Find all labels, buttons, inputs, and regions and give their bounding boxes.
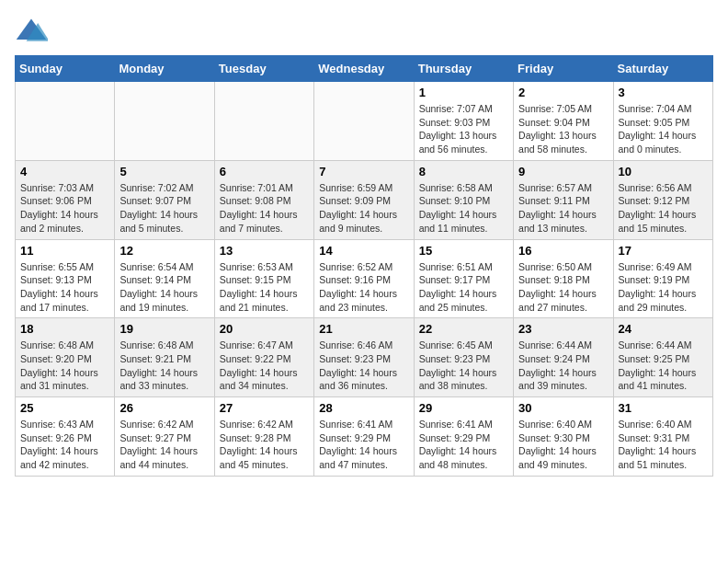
day-number: 4	[20, 165, 109, 178]
calendar-cell: 8Sunrise: 6:58 AM Sunset: 9:10 PM Daylig…	[414, 160, 513, 239]
day-number: 11	[20, 244, 109, 258]
day-number: 3	[619, 86, 708, 99]
calendar-cell: 24Sunrise: 6:44 AM Sunset: 9:25 PM Dayli…	[613, 318, 712, 397]
calendar-cell: 14Sunrise: 6:52 AM Sunset: 9:16 PM Dayli…	[314, 239, 414, 318]
calendar-week-row: 4Sunrise: 7:03 AM Sunset: 9:06 PM Daylig…	[16, 160, 713, 239]
dow-header: Friday	[514, 56, 613, 82]
day-info: Sunrise: 6:48 AM Sunset: 9:20 PM Dayligh…	[20, 339, 109, 393]
calendar-cell	[115, 82, 214, 161]
day-info: Sunrise: 6:57 AM Sunset: 9:11 PM Dayligh…	[518, 181, 608, 236]
calendar-cell: 29Sunrise: 6:41 AM Sunset: 9:29 PM Dayli…	[414, 397, 513, 477]
day-info: Sunrise: 6:58 AM Sunset: 9:10 PM Dayligh…	[419, 181, 508, 236]
day-info: Sunrise: 6:46 AM Sunset: 9:23 PM Dayligh…	[319, 339, 408, 393]
day-info: Sunrise: 6:42 AM Sunset: 9:28 PM Dayligh…	[220, 418, 309, 472]
calendar-body: 1Sunrise: 7:07 AM Sunset: 9:03 PM Daylig…	[16, 82, 713, 477]
calendar-cell: 21Sunrise: 6:46 AM Sunset: 9:23 PM Dayli…	[314, 318, 414, 397]
dow-header: Wednesday	[314, 56, 414, 82]
calendar-cell: 22Sunrise: 6:45 AM Sunset: 9:23 PM Dayli…	[414, 318, 513, 397]
day-number: 10	[619, 165, 708, 178]
calendar-cell: 31Sunrise: 6:40 AM Sunset: 9:31 PM Dayli…	[613, 397, 712, 477]
day-number: 15	[419, 244, 508, 258]
dow-header: Tuesday	[214, 56, 313, 82]
day-number: 28	[319, 401, 408, 415]
day-info: Sunrise: 6:48 AM Sunset: 9:21 PM Dayligh…	[119, 339, 209, 393]
calendar-cell: 1Sunrise: 7:07 AM Sunset: 9:03 PM Daylig…	[414, 82, 513, 161]
calendar-week-row: 11Sunrise: 6:55 AM Sunset: 9:13 PM Dayli…	[16, 239, 713, 318]
calendar-cell: 4Sunrise: 7:03 AM Sunset: 9:06 PM Daylig…	[16, 160, 115, 239]
day-number: 19	[119, 322, 209, 336]
header	[15, 15, 713, 48]
day-info: Sunrise: 7:03 AM Sunset: 9:06 PM Dayligh…	[20, 181, 109, 236]
day-number: 16	[518, 244, 608, 258]
calendar-cell: 20Sunrise: 6:47 AM Sunset: 9:22 PM Dayli…	[214, 318, 313, 397]
day-number: 2	[518, 86, 608, 99]
calendar-cell: 23Sunrise: 6:44 AM Sunset: 9:24 PM Dayli…	[514, 318, 613, 397]
day-info: Sunrise: 6:41 AM Sunset: 9:29 PM Dayligh…	[319, 418, 408, 472]
calendar-cell: 17Sunrise: 6:49 AM Sunset: 9:19 PM Dayli…	[613, 239, 712, 318]
day-info: Sunrise: 6:40 AM Sunset: 9:31 PM Dayligh…	[619, 418, 708, 472]
day-info: Sunrise: 6:43 AM Sunset: 9:26 PM Dayligh…	[20, 418, 109, 472]
calendar-cell: 9Sunrise: 6:57 AM Sunset: 9:11 PM Daylig…	[514, 160, 613, 239]
calendar-cell: 19Sunrise: 6:48 AM Sunset: 9:21 PM Dayli…	[115, 318, 214, 397]
calendar-cell	[16, 82, 115, 161]
day-info: Sunrise: 6:41 AM Sunset: 9:29 PM Dayligh…	[419, 418, 508, 472]
day-number: 7	[319, 165, 408, 178]
day-info: Sunrise: 6:54 AM Sunset: 9:14 PM Dayligh…	[119, 260, 209, 315]
day-number: 14	[319, 244, 408, 258]
logo	[15, 15, 51, 48]
day-info: Sunrise: 6:53 AM Sunset: 9:15 PM Dayligh…	[220, 260, 309, 315]
day-number: 18	[20, 322, 109, 336]
day-number: 24	[619, 322, 708, 336]
calendar-week-row: 18Sunrise: 6:48 AM Sunset: 9:20 PM Dayli…	[16, 318, 713, 397]
day-info: Sunrise: 7:07 AM Sunset: 9:03 PM Dayligh…	[419, 102, 508, 156]
calendar-cell: 7Sunrise: 6:59 AM Sunset: 9:09 PM Daylig…	[314, 160, 414, 239]
day-info: Sunrise: 7:02 AM Sunset: 9:07 PM Dayligh…	[119, 181, 209, 236]
day-info: Sunrise: 6:44 AM Sunset: 9:24 PM Dayligh…	[518, 339, 608, 393]
day-info: Sunrise: 6:49 AM Sunset: 9:19 PM Dayligh…	[619, 260, 708, 315]
calendar-cell: 25Sunrise: 6:43 AM Sunset: 9:26 PM Dayli…	[16, 397, 115, 477]
day-info: Sunrise: 6:45 AM Sunset: 9:23 PM Dayligh…	[419, 339, 508, 393]
dow-header: Sunday	[16, 56, 115, 82]
day-number: 26	[119, 401, 209, 415]
day-number: 27	[220, 401, 309, 415]
logo-icon	[15, 15, 48, 48]
calendar-cell	[214, 82, 313, 161]
day-number: 9	[518, 165, 608, 178]
calendar-cell: 28Sunrise: 6:41 AM Sunset: 9:29 PM Dayli…	[314, 397, 414, 477]
day-info: Sunrise: 7:04 AM Sunset: 9:05 PM Dayligh…	[619, 102, 708, 156]
days-of-week-row: SundayMondayTuesdayWednesdayThursdayFrid…	[16, 56, 713, 82]
day-info: Sunrise: 6:50 AM Sunset: 9:18 PM Dayligh…	[518, 260, 608, 315]
day-info: Sunrise: 6:42 AM Sunset: 9:27 PM Dayligh…	[119, 418, 209, 472]
calendar-cell: 18Sunrise: 6:48 AM Sunset: 9:20 PM Dayli…	[16, 318, 115, 397]
day-number: 23	[518, 322, 608, 336]
day-info: Sunrise: 7:05 AM Sunset: 9:04 PM Dayligh…	[518, 102, 608, 156]
day-info: Sunrise: 7:01 AM Sunset: 9:08 PM Dayligh…	[220, 181, 309, 236]
day-number: 21	[319, 322, 408, 336]
calendar-cell: 26Sunrise: 6:42 AM Sunset: 9:27 PM Dayli…	[115, 397, 214, 477]
day-number: 12	[119, 244, 209, 258]
calendar-cell: 3Sunrise: 7:04 AM Sunset: 9:05 PM Daylig…	[613, 82, 712, 161]
day-number: 22	[419, 322, 508, 336]
calendar-week-row: 25Sunrise: 6:43 AM Sunset: 9:26 PM Dayli…	[16, 397, 713, 477]
day-info: Sunrise: 6:59 AM Sunset: 9:09 PM Dayligh…	[319, 181, 408, 236]
day-number: 17	[619, 244, 708, 258]
day-info: Sunrise: 6:56 AM Sunset: 9:12 PM Dayligh…	[619, 181, 708, 236]
day-info: Sunrise: 6:52 AM Sunset: 9:16 PM Dayligh…	[319, 260, 408, 315]
calendar-cell: 10Sunrise: 6:56 AM Sunset: 9:12 PM Dayli…	[613, 160, 712, 239]
day-number: 13	[220, 244, 309, 258]
day-number: 30	[518, 401, 608, 415]
day-info: Sunrise: 6:51 AM Sunset: 9:17 PM Dayligh…	[419, 260, 508, 315]
calendar-cell: 30Sunrise: 6:40 AM Sunset: 9:30 PM Dayli…	[514, 397, 613, 477]
day-number: 29	[419, 401, 508, 415]
day-info: Sunrise: 6:55 AM Sunset: 9:13 PM Dayligh…	[20, 260, 109, 315]
day-info: Sunrise: 6:44 AM Sunset: 9:25 PM Dayligh…	[619, 339, 708, 393]
day-number: 1	[419, 86, 508, 99]
day-number: 25	[20, 401, 109, 415]
day-number: 5	[119, 165, 209, 178]
calendar-cell: 16Sunrise: 6:50 AM Sunset: 9:18 PM Dayli…	[514, 239, 613, 318]
calendar-cell: 27Sunrise: 6:42 AM Sunset: 9:28 PM Dayli…	[214, 397, 313, 477]
calendar-cell: 12Sunrise: 6:54 AM Sunset: 9:14 PM Dayli…	[115, 239, 214, 318]
dow-header: Thursday	[414, 56, 513, 82]
calendar-cell: 2Sunrise: 7:05 AM Sunset: 9:04 PM Daylig…	[514, 82, 613, 161]
day-number: 6	[220, 165, 309, 178]
